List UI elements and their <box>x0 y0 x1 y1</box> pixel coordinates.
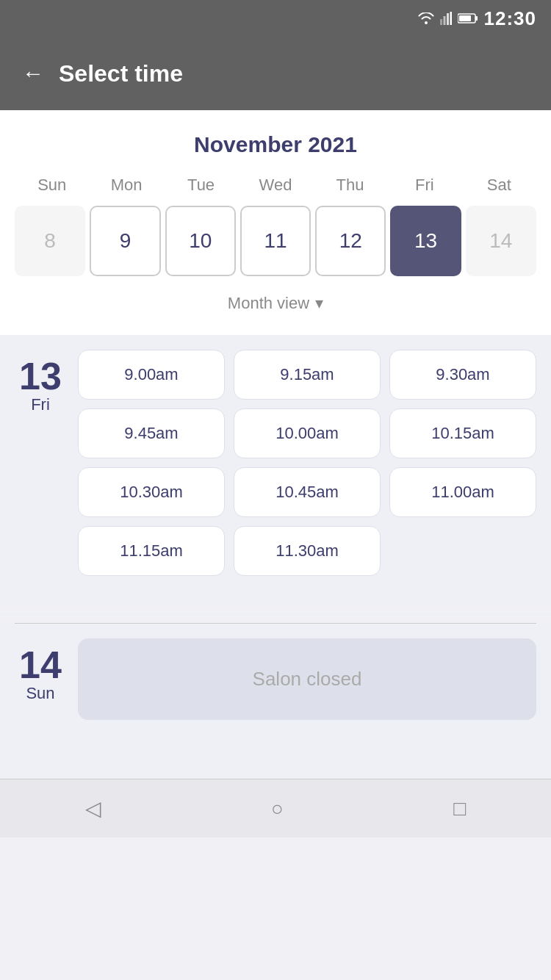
month-view-label: Month view <box>228 294 309 313</box>
day-number-14: 14 <box>19 646 62 684</box>
battery-icon <box>458 12 478 24</box>
time-slot-915am[interactable]: 9.15am <box>234 350 381 400</box>
svg-rect-2 <box>447 13 449 25</box>
calendar-row: 8 9 10 11 12 13 14 <box>15 206 536 276</box>
time-slots-grid: 9.00am 9.15am 9.30am 9.45am 10.00am 10.1… <box>78 350 536 576</box>
time-slot-1000am[interactable]: 10.00am <box>234 408 381 458</box>
status-time: 12:30 <box>484 7 537 30</box>
day-headers: Sun Mon Tue Wed Thu Fri Sat <box>15 172 536 198</box>
time-slot-930am[interactable]: 9.30am <box>389 350 536 400</box>
cal-day-9[interactable]: 9 <box>90 206 160 276</box>
day-header-tue: Tue <box>164 172 238 198</box>
time-slot-1030am[interactable]: 10.30am <box>78 467 225 517</box>
cal-day-14: 14 <box>466 206 536 276</box>
status-icons: 12:30 <box>418 7 537 30</box>
month-year: November 2021 <box>15 132 536 157</box>
salon-closed-text: Salon closed <box>253 668 362 691</box>
back-button[interactable]: ← <box>22 62 44 84</box>
closed-row: 14 Sun Salon closed <box>15 638 536 720</box>
cal-day-13[interactable]: 13 <box>390 206 461 276</box>
nav-home-icon[interactable]: ○ <box>271 797 284 821</box>
time-slot-900am[interactable]: 9.00am <box>78 350 225 400</box>
cal-day-11[interactable]: 11 <box>240 206 311 276</box>
cal-day-10[interactable]: 10 <box>165 206 236 276</box>
day-label-14: 14 Sun <box>15 638 66 703</box>
svg-rect-1 <box>443 16 445 25</box>
day-header-sun: Sun <box>15 172 89 198</box>
day-name-fri: Fri <box>31 395 50 414</box>
day-header-sat: Sat <box>462 172 536 198</box>
day-header-mon: Mon <box>89 172 163 198</box>
day-number-13: 13 <box>19 357 62 395</box>
wifi-icon <box>418 12 434 24</box>
time-slot-945am[interactable]: 9.45am <box>78 408 225 458</box>
time-slot-1100am[interactable]: 11.00am <box>389 467 536 517</box>
chevron-down-icon: ▾ <box>315 294 323 313</box>
signal-icon <box>440 12 452 25</box>
day-label-13: 13 Fri <box>15 350 66 576</box>
time-slot-1115am[interactable]: 11.15am <box>78 526 225 576</box>
day-slots-13: 13 Fri 9.00am 9.15am 9.30am 9.45am 10.00… <box>15 350 536 576</box>
calendar-section: November 2021 Sun Mon Tue Wed Thu Fri Sa… <box>0 110 551 335</box>
svg-rect-3 <box>450 12 452 25</box>
day-name-sun: Sun <box>26 684 54 703</box>
time-slot-1015am[interactable]: 10.15am <box>389 408 536 458</box>
time-slot-1045am[interactable]: 10.45am <box>234 467 381 517</box>
nav-back-icon[interactable]: ◁ <box>85 796 101 821</box>
svg-rect-6 <box>459 15 471 21</box>
svg-rect-0 <box>440 19 442 25</box>
nav-recent-icon[interactable]: □ <box>453 797 466 821</box>
salon-closed-box: Salon closed <box>78 638 536 720</box>
day-header-thu: Thu <box>313 172 387 198</box>
cal-day-8: 8 <box>15 206 85 276</box>
header: ← Select time <box>0 37 551 110</box>
month-view-toggle[interactable]: Month view ▾ <box>15 284 536 328</box>
slots-section: 13 Fri 9.00am 9.15am 9.30am 9.45am 10.00… <box>0 335 551 605</box>
bottom-nav: ◁ ○ □ <box>0 779 551 837</box>
closed-section: 14 Sun Salon closed <box>0 624 551 735</box>
day-header-wed: Wed <box>238 172 312 198</box>
svg-rect-5 <box>475 16 478 21</box>
day-header-fri: Fri <box>387 172 461 198</box>
section-divider <box>0 613 551 616</box>
time-slot-1130am[interactable]: 11.30am <box>234 526 381 576</box>
status-bar: 12:30 <box>0 0 551 37</box>
cal-day-12[interactable]: 12 <box>315 206 386 276</box>
header-title: Select time <box>59 60 183 87</box>
